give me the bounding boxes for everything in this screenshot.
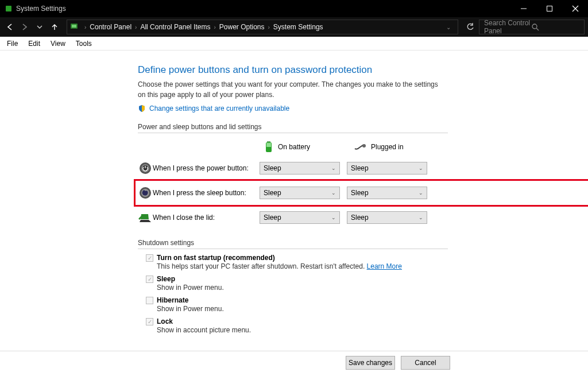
sleep-button-label: When I press the sleep button: [153,189,260,197]
chevron-right-icon: › [210,24,219,30]
sleep-button-row-highlight: When I press the sleep button: Sleep⌄ Sl… [134,179,588,207]
change-settings-link[interactable]: Change settings that are currently unava… [149,104,289,113]
lock-item: Lock Show in account picture menu. [146,317,588,334]
shield-icon [138,104,146,113]
column-headers: On battery Plugged in [138,139,588,155]
fast-startup-item: Turn on fast startup (recommended) This … [146,254,588,270]
close-button[interactable] [562,0,588,17]
window-title: System Settings [16,5,510,13]
hibernate-desc: Show in Power menu. [157,305,588,313]
sleep-button-plugged-select[interactable]: Sleep⌄ [347,187,427,199]
fast-startup-checkbox[interactable] [146,254,153,262]
power-section-title: Power and sleep buttons and lid settings [138,123,448,133]
lock-desc: Show in account picture menu. [157,326,588,334]
chevron-down-icon: ⌄ [419,190,423,196]
content: Define power buttons and turn on passwor… [0,51,588,355]
chevron-down-icon: ⌄ [331,165,336,171]
sleep-button-battery-select[interactable]: Sleep⌄ [260,187,340,199]
svg-rect-11 [266,143,271,147]
sleep-button-icon [138,187,153,199]
hibernate-checkbox[interactable] [146,297,153,304]
change-settings-row: Change settings that are currently unava… [138,104,588,113]
chevron-down-icon[interactable]: ⌄ [442,24,455,30]
chevron-down-icon: ⌄ [419,215,423,220]
back-button[interactable] [3,20,16,34]
close-lid-row: When I close the lid: Sleep⌄ Sleep⌄ [138,207,448,228]
sleep-desc: Show in Power menu. [157,284,588,292]
chevron-right-icon: › [265,24,273,30]
hibernate-item: Hibernate Show in Power menu. [146,296,588,313]
page-subtext: Choose the power settings that you want … [138,79,442,100]
power-button-plugged-select[interactable]: Sleep⌄ [347,162,427,175]
search-icon [532,24,579,31]
recent-locations-button[interactable] [33,20,46,34]
menu-view[interactable]: View [46,38,70,49]
save-button[interactable]: Save changes [346,356,395,370]
learn-more-link[interactable]: Learn More [367,262,402,270]
app-icon [5,5,13,13]
hibernate-label: Hibernate [157,296,188,304]
power-button-icon [138,162,153,175]
control-panel-icon [69,22,80,32]
title-bar: System Settings [0,0,588,17]
close-lid-plugged-select[interactable]: Sleep⌄ [347,211,427,224]
battery-icon [264,141,273,153]
chevron-down-icon: ⌄ [331,190,336,196]
footer: Save changes Cancel [0,351,588,374]
chevron-down-icon: ⌄ [331,215,336,220]
svg-rect-9 [267,141,270,142]
up-button[interactable] [48,20,61,34]
svg-rect-6 [72,25,76,28]
breadcrumb-item[interactable]: System Settings [273,23,323,31]
sleep-item: Sleep Show in Power menu. [146,275,588,292]
svg-rect-0 [6,6,11,11]
svg-rect-2 [547,6,552,11]
fast-startup-label: Turn on fast startup (recommended) [157,254,275,262]
close-lid-label: When I close the lid: [153,214,260,222]
svg-line-8 [536,28,539,30]
plugged-in-label: Plugged in [371,143,404,151]
power-button-battery-select[interactable]: Sleep⌄ [260,162,340,175]
lock-label: Lock [157,317,173,325]
on-battery-label: On battery [278,143,310,151]
menu-bar: File Edit View Tools [0,37,588,51]
search-placeholder: Search Control Panel [484,19,532,35]
breadcrumb-item[interactable]: All Control Panel Items [140,23,210,31]
menu-edit[interactable]: Edit [24,38,45,49]
plug-icon [354,143,366,151]
page-heading: Define power buttons and turn on passwor… [138,64,588,76]
chevron-down-icon: ⌄ [419,165,423,171]
search-input[interactable]: Search Control Panel [479,20,585,34]
maximize-button[interactable] [536,0,562,17]
lock-checkbox[interactable] [146,318,153,325]
power-button-row: When I press the power button: Sleep⌄ Sl… [138,157,448,179]
minimize-button[interactable] [510,0,536,17]
svg-point-12 [362,144,366,148]
breadcrumb[interactable]: › Control Panel › All Control Panel Item… [67,20,458,34]
breadcrumb-item[interactable]: Control Panel [90,23,131,31]
sleep-button-row: When I press the sleep button: Sleep⌄ Sl… [138,182,448,204]
laptop-lid-icon [138,212,153,223]
sleep-label: Sleep [157,275,175,283]
cancel-button[interactable]: Cancel [401,356,450,370]
breadcrumb-item[interactable]: Power Options [219,23,265,31]
menu-tools[interactable]: Tools [71,38,96,49]
shutdown-section-title: Shutdown settings [138,239,448,249]
nav-bar: › Control Panel › All Control Panel Item… [0,17,588,37]
chevron-right-icon: › [81,24,90,30]
svg-point-7 [532,24,537,29]
fast-startup-desc: This helps start your PC faster after sh… [157,262,588,270]
menu-file[interactable]: File [2,38,22,49]
sleep-checkbox[interactable] [146,276,153,283]
close-lid-battery-select[interactable]: Sleep⌄ [260,211,340,224]
forward-button[interactable] [18,20,31,34]
power-button-label: When I press the power button: [153,164,260,172]
chevron-right-icon: › [131,24,140,30]
refresh-button[interactable] [464,20,477,34]
